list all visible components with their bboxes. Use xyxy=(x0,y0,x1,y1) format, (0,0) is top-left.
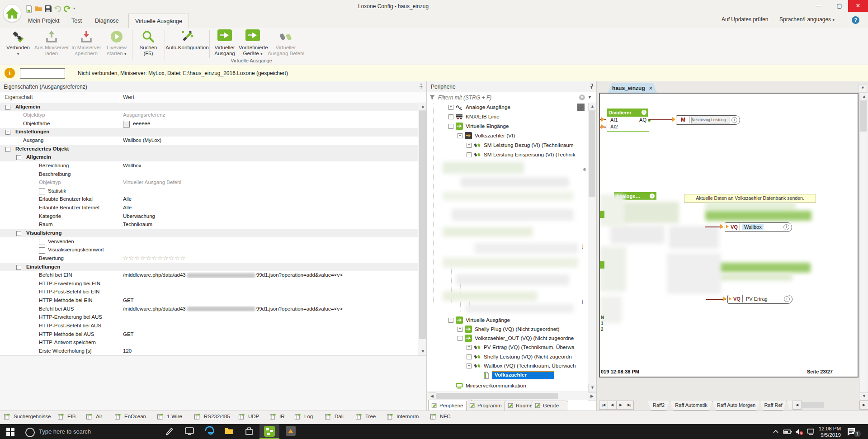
maximize-button[interactable]: ▢ xyxy=(829,0,849,12)
tree-item[interactable]: +Shelly Plug (VQ) (Nicht zugeordnet) xyxy=(427,325,588,334)
quickbar-dropdown-icon[interactable]: ▾ xyxy=(73,6,75,10)
expand-icon[interactable]: + xyxy=(467,345,472,350)
collapse-icon[interactable]: – xyxy=(448,124,453,129)
log-tab-eib[interactable]: EIB xyxy=(57,413,76,422)
tree-item-label[interactable]: Analoge Ausgänge xyxy=(466,104,510,110)
tree-item-label[interactable]: Virtuelle Ausgänge xyxy=(466,317,510,323)
property-group-row[interactable]: –Einstellungen xyxy=(0,128,418,137)
tree-item-label[interactable]: Wallbox (VQ) (Technikraum, Überwach xyxy=(484,363,576,369)
filter-dropdown-icon[interactable]: ▼ xyxy=(588,95,592,99)
store-icon[interactable] xyxy=(244,426,256,438)
log-tab-1-wire[interactable]: 1-Wire xyxy=(157,413,182,422)
tree-item[interactable]: +SM Leistung Bezug (VI) (Technikraum xyxy=(427,141,588,150)
tree-item-selected[interactable]: Volkszaehler xyxy=(427,371,588,380)
property-value[interactable]: 120 xyxy=(123,348,412,354)
scrollbar-thumb[interactable] xyxy=(419,111,426,339)
tab-test[interactable]: Test xyxy=(65,14,88,28)
log-tab-rs232/485[interactable]: RS232/485 xyxy=(194,413,230,422)
property-row[interactable]: Erlaubte Benutzer lokalAlle xyxy=(0,195,418,204)
property-row[interactable]: HTTP-Erweiterung bei AUS xyxy=(0,313,418,322)
expand-icon[interactable]: + xyxy=(467,143,472,148)
connect-button[interactable]: Verbinden ▾ xyxy=(4,29,33,62)
property-value[interactable]: GET xyxy=(123,331,412,337)
property-row[interactable]: Bewertung☆☆☆☆☆☆☆☆☆☆☆ xyxy=(0,254,418,263)
diagram-page-tab[interactable]: Raff Ref xyxy=(760,401,787,411)
property-row[interactable]: Erlaubte Benutzer InternetAlle xyxy=(0,204,418,213)
volume-muted-icon[interactable] xyxy=(795,428,804,437)
vq-pv-ertrag-block[interactable]: VQ PV Ertrag i xyxy=(727,295,793,304)
scrollbar-thumb[interactable] xyxy=(589,111,595,197)
tab-virtuelle-ausgaenge[interactable]: Virtuelle Ausgänge xyxy=(128,14,189,28)
network-icon[interactable] xyxy=(807,428,816,437)
property-row[interactable]: HTTP-Erweiterung bei EIN xyxy=(0,279,418,288)
property-value[interactable]: GET xyxy=(123,297,412,303)
property-group-row[interactable]: –Einstellungen xyxy=(0,263,418,272)
vq-wallbox-label[interactable]: Wallbox xyxy=(742,224,764,230)
liveview-button[interactable]: Liveview starten ▾ xyxy=(103,29,130,62)
loxone-config-icon[interactable] xyxy=(264,426,276,438)
scrollbar-thumb[interactable] xyxy=(436,393,558,399)
property-row[interactable]: Befehl bei AUS/middleware.php/data/ad439… xyxy=(0,305,418,314)
port-ai2[interactable]: AI2 xyxy=(610,124,618,129)
tree-item[interactable]: –Wallbox (VQ) (Technikraum, Überwach xyxy=(427,361,588,370)
taskbar-clock[interactable]: 12:08 PM 9/5/2019 xyxy=(816,425,841,438)
last-page-button[interactable]: ▶| xyxy=(625,401,634,410)
open-folder-icon[interactable] xyxy=(35,5,42,13)
scrollbar-thumb[interactable] xyxy=(801,402,824,408)
load-from-miniserver-button[interactable]: Aus Miniserver laden xyxy=(33,29,70,62)
properties-scrollbar[interactable]: ▲ ▼ xyxy=(418,103,427,355)
property-row[interactable]: HTTP-Post-Befehl bei EIN xyxy=(0,288,418,297)
property-row[interactable]: Verwenden xyxy=(0,237,418,246)
close-button[interactable]: ✕ xyxy=(848,0,868,12)
info-icon[interactable]: i xyxy=(784,296,790,302)
tab-diagnose[interactable]: Diagnose xyxy=(89,14,125,28)
virtual-output-button[interactable]: Virtueller Ausgang xyxy=(212,29,238,62)
property-group-row[interactable]: –Visualisierung xyxy=(0,229,418,238)
property-value[interactable]: Technikraum xyxy=(123,222,412,227)
start-button[interactable] xyxy=(6,428,14,437)
info-icon[interactable]: i xyxy=(642,110,646,115)
pin-icon[interactable] xyxy=(418,83,425,90)
panel-tab-programm[interactable]: Programm xyxy=(466,401,510,411)
expand-icon[interactable]: + xyxy=(467,354,472,359)
collapse-icon[interactable]: – xyxy=(458,133,462,138)
port-ai1[interactable]: AI1 xyxy=(610,117,618,123)
hidden-icons-chevron[interactable] xyxy=(772,428,779,437)
property-value[interactable]: Alle xyxy=(123,196,412,202)
checkbox[interactable] xyxy=(39,239,45,245)
expand-icon[interactable]: + xyxy=(467,152,472,157)
save-icon[interactable] xyxy=(44,5,52,13)
property-row[interactable]: BezeichnungWallbox xyxy=(0,161,418,170)
clear-filter-icon[interactable]: ✕ xyxy=(579,94,585,100)
search-icon[interactable] xyxy=(25,428,35,437)
tree-item[interactable]: Miniserverkommunikation xyxy=(427,381,588,390)
property-value[interactable]: Virtueller Ausgang Befehl xyxy=(123,179,412,185)
diagram-page-tab[interactable]: Raff Auto Morgen xyxy=(712,401,760,411)
tree-item[interactable]: –Virtuelle Ausgänge xyxy=(427,316,588,325)
vq-wallbox-block[interactable]: VQ Wallbox i xyxy=(725,222,792,232)
log-tab-ir[interactable]: IR xyxy=(269,413,285,422)
checkbox[interactable] xyxy=(39,247,45,254)
collapse-icon[interactable]: – xyxy=(467,363,472,368)
tree-item[interactable]: +Shelly Leistung (VQ) (Nicht zugeordn xyxy=(427,352,588,361)
vq-pv-label[interactable]: PV Ertrag xyxy=(746,296,768,302)
expand-icon[interactable]: + xyxy=(458,327,462,332)
scrollbar-thumb[interactable] xyxy=(860,101,867,132)
home-button[interactable] xyxy=(3,4,21,22)
pen-icon[interactable] xyxy=(165,426,176,438)
undo-icon[interactable] xyxy=(54,5,61,13)
collapse-icon[interactable]: – xyxy=(5,130,10,135)
tree-item[interactable]: –Virtuelle Eingänge xyxy=(427,122,588,131)
tree-item[interactable]: –Volkszaehler_OUT (VQ) (Nicht zugeordne xyxy=(427,334,588,343)
property-group-row[interactable]: –Allgemein xyxy=(0,103,418,112)
tree-item[interactable]: +PV Ertrag (VQ) (Technikraum, Überwa xyxy=(427,343,588,352)
battery-icon[interactable] xyxy=(783,428,792,437)
info-icon[interactable]: i xyxy=(650,194,655,198)
new-file-icon[interactable] xyxy=(25,5,33,13)
predefined-devices-button[interactable]: Vordefinierte Geräte ▾ xyxy=(239,29,267,62)
tree-item-label[interactable]: Volkszaehler xyxy=(492,371,554,379)
tree-item-label[interactable]: SM Leistung Einspeisung (VI) (Technik xyxy=(484,151,576,158)
checkbox[interactable] xyxy=(39,188,45,194)
log-tab-enocean[interactable]: EnOcean xyxy=(114,413,146,422)
property-row[interactable]: RaumTechnikraum xyxy=(0,221,418,230)
